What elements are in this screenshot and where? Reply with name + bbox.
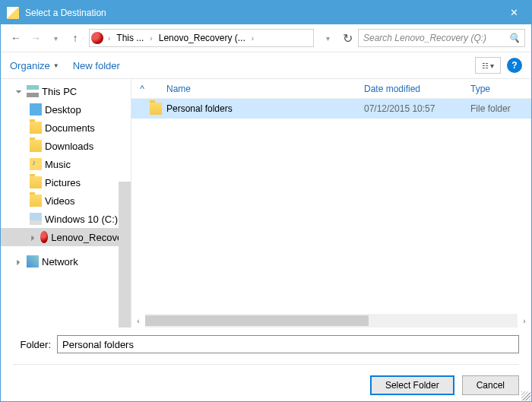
folder-icon	[30, 122, 42, 134]
music-icon	[30, 158, 42, 170]
refresh-button[interactable]: ↻	[338, 29, 356, 47]
column-headers: ^ Name Date modified Type	[131, 79, 531, 99]
tree-this-pc[interactable]: ⏷This PC	[1, 82, 131, 100]
organize-button[interactable]: Organize ▼	[10, 60, 59, 71]
folder-label: Folder:	[13, 339, 51, 350]
file-type: File folder	[470, 103, 531, 114]
drive-icon	[91, 32, 103, 44]
chevron-right-icon[interactable]: ›	[249, 34, 257, 43]
up-button[interactable]: ↑	[66, 29, 84, 47]
expand-icon[interactable]: ⏵	[14, 258, 24, 266]
file-name: Personal folders	[166, 103, 364, 114]
forward-button[interactable]: →	[27, 29, 45, 47]
tree-scrollbar[interactable]	[119, 182, 131, 328]
scroll-left-icon[interactable]: ‹	[131, 314, 145, 328]
drive-icon	[30, 213, 42, 225]
crumb-recovery[interactable]: Lenovo_Recovery (...	[156, 30, 249, 46]
recent-button[interactable]: ▾	[46, 29, 65, 47]
cancel-button[interactable]: Cancel	[462, 375, 519, 395]
file-list: ^ Name Date modified Type Personal folde…	[131, 79, 531, 328]
scroll-thumb[interactable]	[145, 315, 369, 326]
chevron-down-icon: ▼	[53, 62, 59, 69]
tree-pictures[interactable]: Pictures	[1, 173, 131, 192]
folder-icon	[30, 140, 42, 152]
recovery-icon	[40, 231, 48, 243]
tree-videos[interactable]: Videos	[1, 192, 131, 210]
window-title: Select a Destination	[25, 8, 496, 18]
network-icon	[27, 255, 39, 267]
crumb-thispc[interactable]: This ...	[113, 30, 147, 46]
tree-cdrive[interactable]: Windows 10 (C:)	[1, 210, 131, 228]
resize-grip[interactable]	[521, 391, 530, 400]
up-level-icon[interactable]: ^	[135, 84, 150, 94]
toolbar: Organize ▼ New folder ☷ ▾ ?	[1, 52, 531, 79]
tree-documents[interactable]: Documents	[1, 119, 131, 137]
select-folder-button[interactable]: Select Folder	[370, 375, 454, 395]
chevron-right-icon[interactable]: ›	[105, 34, 113, 43]
folder-icon	[150, 103, 162, 115]
search-icon: 🔍	[508, 33, 520, 43]
back-button[interactable]: ←	[7, 29, 25, 47]
folder-input[interactable]	[57, 335, 519, 353]
scroll-right-icon[interactable]: ›	[518, 314, 531, 328]
tree-music[interactable]: Music	[1, 155, 131, 173]
scroll-track[interactable]	[145, 314, 518, 328]
nav-row: ← → ▾ ↑ › This ... › Lenovo_Recovery (..…	[1, 24, 531, 52]
app-icon	[7, 7, 19, 19]
history-dropdown[interactable]: ▾	[318, 29, 337, 47]
search-placeholder: Search Lenovo_Recovery (Q:)	[363, 33, 508, 43]
folder-icon	[30, 176, 42, 188]
tree-downloads[interactable]: Downloads	[1, 137, 131, 155]
pc-icon	[27, 85, 39, 97]
col-type[interactable]: Type	[470, 84, 531, 94]
address-bar[interactable]: › This ... › Lenovo_Recovery (... ›	[89, 29, 314, 47]
nav-tree: ⏷This PC Desktop Documents Downloads Mus…	[1, 79, 131, 328]
col-name[interactable]: Name	[150, 84, 364, 94]
view-options-button[interactable]: ☷ ▾	[475, 57, 501, 74]
file-row[interactable]: Personal folders 07/12/2015 10:57 File f…	[131, 99, 531, 119]
bottom-panel: Folder: Select Folder Cancel	[1, 328, 531, 402]
file-date: 07/12/2015 10:57	[364, 103, 470, 114]
folder-icon	[30, 195, 42, 207]
help-button[interactable]: ?	[507, 58, 522, 73]
close-button[interactable]: ✕	[496, 1, 531, 24]
chevron-right-icon[interactable]: ›	[147, 34, 155, 43]
desktop-icon	[30, 103, 42, 116]
col-date[interactable]: Date modified	[364, 84, 470, 94]
expand-icon[interactable]: ⏵	[30, 233, 37, 242]
tree-desktop[interactable]: Desktop	[1, 100, 131, 119]
tree-recovery[interactable]: ⏵Lenovo_Recovery	[1, 228, 131, 246]
horizontal-scrollbar[interactable]: ‹ ›	[131, 314, 531, 328]
collapse-icon[interactable]: ⏷	[14, 87, 24, 96]
new-folder-button[interactable]: New folder	[73, 60, 120, 71]
tree-network[interactable]: ⏵Network	[1, 252, 131, 271]
search-input[interactable]: Search Lenovo_Recovery (Q:) 🔍	[358, 29, 525, 47]
main-area: ⏷This PC Desktop Documents Downloads Mus…	[1, 79, 531, 328]
title-bar: Select a Destination ✕	[1, 1, 531, 24]
